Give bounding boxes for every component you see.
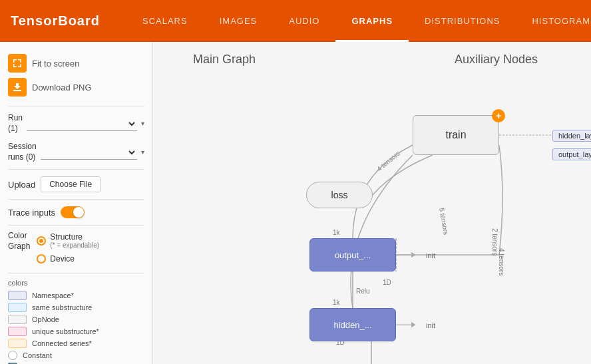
divider-2 (8, 169, 144, 170)
output-init-arrow (411, 252, 416, 258)
download-png-row: Download PNG (8, 75, 144, 99)
trace-inputs-label: Trace inputs (8, 208, 55, 218)
legend-summary: Summary (8, 361, 144, 364)
structure-radio-label: Structure (* = expandable) (50, 232, 99, 249)
session-runs-select[interactable] (41, 145, 137, 160)
aux-output-layer-label: output_layer (558, 150, 591, 158)
upload-section: Upload Choose File (0, 172, 152, 196)
legend-connected-series: Connected series* (8, 337, 144, 349)
opnode-swatch (8, 315, 27, 324)
sidebar: Fit to screen Download PNG Run(1) (0, 42, 153, 364)
node-output[interactable]: output_... (309, 238, 396, 272)
edge-label-2tensors: 2 tensors (491, 228, 498, 256)
substructure-label: same substructure (32, 303, 92, 311)
node-hidden-label: hidden_... (333, 320, 371, 330)
svg-rect-1 (13, 59, 15, 63)
node-train[interactable]: + train (413, 115, 499, 155)
nav-distributions[interactable]: DISTRIBUTIONS (409, 0, 516, 42)
color-graph-section: ColorGraph Structure (* = expandable) De… (0, 228, 152, 270)
node-hidden[interactable]: hidden_... (309, 308, 396, 341)
divider-4 (8, 225, 144, 226)
legend-constant: Constant (8, 349, 144, 361)
constant-circle (8, 351, 17, 360)
node-output-label: output_... (335, 250, 371, 260)
legend-namespace: Namespace* (8, 289, 144, 301)
nav-images[interactable]: IMAGES (204, 0, 274, 42)
fit-to-screen-row: Fit to screen (8, 51, 144, 75)
run-select[interactable] (27, 116, 137, 131)
color-graph-title-row: ColorGraph Structure (* = expandable) De… (8, 231, 144, 265)
aux-hidden-layer-box[interactable]: hidden_layer (552, 130, 591, 142)
device-radio-row: Device (37, 253, 99, 265)
choose-file-button[interactable]: Choose File (41, 176, 100, 192)
legend-title: colors (8, 279, 144, 287)
divider-5 (8, 273, 144, 273)
svg-rect-3 (21, 59, 22, 63)
legend-opnode: OpNode (8, 313, 144, 325)
download-icon (8, 78, 27, 96)
aux-nodes-title: Auxiliary Nodes (455, 53, 538, 67)
toggle-knob (73, 207, 84, 218)
edge-label-1k-2: 1k (333, 299, 341, 306)
upload-label: Upload (8, 180, 35, 190)
edge-label-relu: Relu (356, 287, 370, 295)
unique-substructure-label: unique substructure* (32, 327, 99, 335)
structure-radio-row: Structure (* = expandable) (37, 231, 99, 250)
edge-label-1k-1: 1k (333, 229, 341, 236)
aux-output-layer-row: output_layer (552, 148, 591, 160)
edge-label-4tensors-2: 4 tensors (498, 248, 505, 275)
header: TensorBoard SCALARS IMAGES AUDIO GRAPHS … (0, 0, 591, 42)
node-train-label: train (445, 129, 466, 141)
device-radio-label: Device (50, 254, 75, 264)
unique-substructure-swatch (8, 327, 27, 336)
session-runs-section: Sessionruns (0) ▾ (0, 138, 152, 166)
divider-3 (8, 199, 144, 200)
session-runs-label: Sessionruns (0) (8, 142, 37, 162)
trace-section: Trace inputs (0, 202, 152, 222)
fit-to-screen-label: Fit to screen (32, 59, 80, 69)
divider-1 (8, 106, 144, 106)
svg-rect-5 (13, 64, 15, 67)
node-loss[interactable]: loss (306, 182, 373, 208)
run-dropdown-arrow: ▾ (141, 120, 144, 127)
substructure-swatch (8, 303, 27, 312)
node-train-expand[interactable]: + (492, 109, 505, 122)
graph-area: Main Graph Auxiliary Nodes 4 tensors 5 t… (153, 42, 591, 364)
aux-nodes-container: hidden_layer init output_layer (552, 128, 591, 160)
nav-histograms[interactable]: HISTOGRAMS (516, 0, 591, 42)
connected-series-label: Connected series* (32, 339, 92, 347)
run-label: Run(1) (8, 113, 23, 134)
aux-hidden-layer-row: hidden_layer init (552, 128, 591, 143)
nav-graphs[interactable]: GRAPHS (335, 0, 409, 42)
namespace-swatch (8, 291, 27, 300)
hidden-init-arrow (411, 322, 416, 327)
node-loss-label: loss (331, 190, 348, 200)
edge-label-5tensors: 5 tensors (438, 207, 450, 235)
svg-rect-8 (13, 90, 21, 91)
color-graph-options: Structure (* = expandable) Device (37, 231, 99, 265)
nav-scalars[interactable]: SCALARS (126, 0, 204, 42)
legend-section: colors Namespace* same substructure OpNo… (0, 276, 152, 364)
device-radio[interactable] (37, 254, 46, 264)
aux-output-layer-box[interactable]: output_layer (552, 148, 591, 160)
svg-rect-7 (21, 64, 22, 67)
hidden-init-label: init (426, 321, 435, 329)
edge-label-1d-1: 1D (383, 279, 391, 286)
session-runs-arrow: ▾ (141, 148, 144, 156)
aux-hidden-layer-label: hidden_layer (558, 132, 591, 140)
constant-label: Constant (23, 351, 52, 359)
main-graph-title: Main Graph (193, 53, 256, 67)
structure-radio[interactable] (37, 236, 46, 246)
connected-series-swatch (8, 339, 27, 348)
color-graph-title: ColorGraph (8, 231, 30, 265)
opnode-label: OpNode (32, 315, 59, 323)
nav-audio[interactable]: AUDIO (273, 0, 335, 42)
run-section: Run(1) ▾ (0, 109, 152, 138)
trace-inputs-toggle[interactable] (61, 206, 85, 218)
legend-unique-substructure: unique substructure* (8, 325, 144, 337)
legend-substructure: same substructure (8, 301, 144, 313)
edge-label-4tensors-1: 4 tensors (375, 150, 401, 173)
main-layout: Fit to screen Download PNG Run(1) (0, 42, 591, 364)
logo: TensorBoard (11, 13, 100, 29)
output-init-label: init (426, 252, 435, 260)
